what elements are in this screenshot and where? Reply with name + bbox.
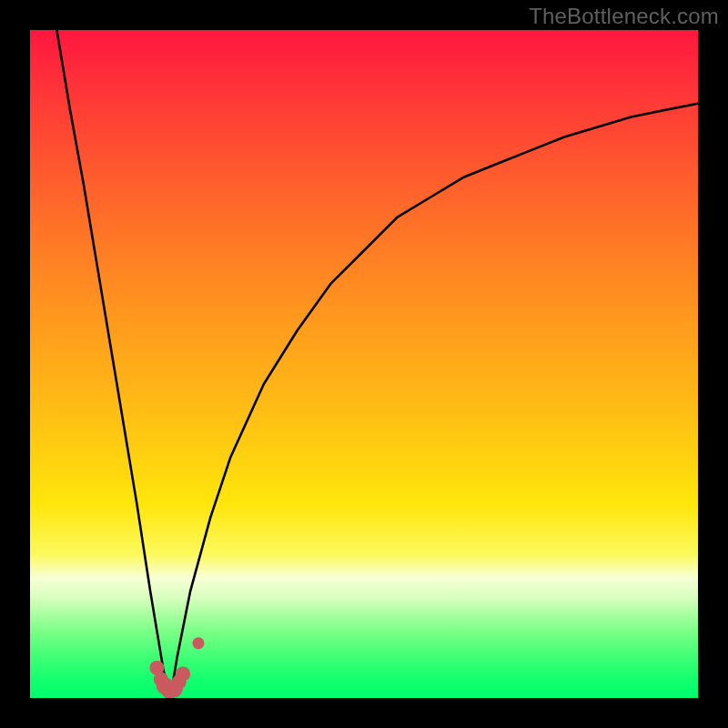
marker-dot (192, 637, 204, 649)
bottleneck-curve (56, 30, 698, 698)
curve-right-branch (170, 104, 698, 698)
watermark-text: TheBottleneck.com (529, 4, 719, 29)
optimum-markers (149, 637, 204, 698)
curve-left-branch (56, 30, 170, 698)
curve-layer (30, 30, 698, 698)
plot-area (30, 30, 698, 698)
chart-frame: TheBottleneck.com (0, 0, 728, 728)
marker-dot (176, 667, 190, 682)
